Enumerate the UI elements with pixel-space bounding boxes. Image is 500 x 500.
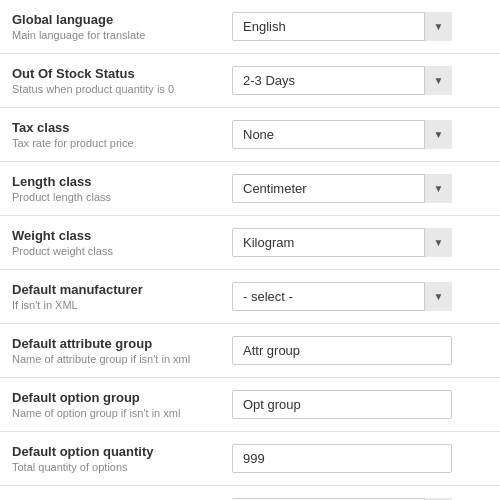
- label-default-attribute-group: Default attribute groupName of attribute…: [12, 336, 232, 365]
- label-desc-weight-class: Product weight class: [12, 245, 222, 257]
- label-default-manufacturer: Default manufacturerIf isn't in XML: [12, 282, 232, 311]
- label-default-option-quantity: Default option quantityTotal quantity of…: [12, 444, 232, 473]
- label-title-default-manufacturer: Default manufacturer: [12, 282, 222, 297]
- control-length-class: CentimeterInchMillimeter: [232, 174, 488, 203]
- input-default-option-group[interactable]: [232, 390, 452, 419]
- settings-container: Global languageMain language for transla…: [0, 0, 500, 500]
- label-tax-class: Tax classTax rate for product price: [12, 120, 232, 149]
- select-wrapper-global-language: EnglishFrenchGermanSpanish: [232, 12, 452, 41]
- label-title-length-class: Length class: [12, 174, 222, 189]
- setting-row-weight-class: Weight classProduct weight classKilogram…: [0, 216, 500, 270]
- setting-row-default-option-type: Default option typeFor new inserted opti…: [0, 486, 500, 500]
- label-title-default-attribute-group: Default attribute group: [12, 336, 222, 351]
- input-default-attribute-group[interactable]: [232, 336, 452, 365]
- label-out-of-stock-status: Out Of Stock StatusStatus when product q…: [12, 66, 232, 95]
- setting-row-default-option-quantity: Default option quantityTotal quantity of…: [0, 432, 500, 486]
- select-wrapper-default-manufacturer: - select -: [232, 282, 452, 311]
- setting-row-default-attribute-group: Default attribute groupName of attribute…: [0, 324, 500, 378]
- label-default-option-group: Default option groupName of option group…: [12, 390, 232, 419]
- label-desc-default-option-quantity: Total quantity of options: [12, 461, 222, 473]
- label-desc-length-class: Product length class: [12, 191, 222, 203]
- label-desc-tax-class: Tax rate for product price: [12, 137, 222, 149]
- setting-row-global-language: Global languageMain language for transla…: [0, 0, 500, 54]
- label-desc-default-option-group: Name of option group if isn't in xml: [12, 407, 222, 419]
- label-title-default-option-quantity: Default option quantity: [12, 444, 222, 459]
- setting-row-tax-class: Tax classTax rate for product priceNoneS…: [0, 108, 500, 162]
- select-wrapper-length-class: CentimeterInchMillimeter: [232, 174, 452, 203]
- setting-row-out-of-stock-status: Out Of Stock StatusStatus when product q…: [0, 54, 500, 108]
- setting-row-length-class: Length classProduct length classCentimet…: [0, 162, 500, 216]
- select-tax-class[interactable]: NoneStandardReduced: [232, 120, 452, 149]
- control-default-manufacturer: - select -: [232, 282, 488, 311]
- label-title-global-language: Global language: [12, 12, 222, 27]
- label-title-tax-class: Tax class: [12, 120, 222, 135]
- label-desc-out-of-stock-status: Status when product quantity is 0: [12, 83, 222, 95]
- select-out-of-stock-status[interactable]: 2-3 DaysIn StockOut of StockPre-Order: [232, 66, 452, 95]
- setting-row-default-option-group: Default option groupName of option group…: [0, 378, 500, 432]
- label-desc-global-language: Main language for translate: [12, 29, 222, 41]
- select-global-language[interactable]: EnglishFrenchGermanSpanish: [232, 12, 452, 41]
- select-wrapper-weight-class: KilogramGramPoundOunce: [232, 228, 452, 257]
- label-title-weight-class: Weight class: [12, 228, 222, 243]
- select-wrapper-out-of-stock-status: 2-3 DaysIn StockOut of StockPre-Order: [232, 66, 452, 95]
- control-tax-class: NoneStandardReduced: [232, 120, 488, 149]
- label-global-language: Global languageMain language for transla…: [12, 12, 232, 41]
- select-default-manufacturer[interactable]: - select -: [232, 282, 452, 311]
- select-wrapper-tax-class: NoneStandardReduced: [232, 120, 452, 149]
- control-out-of-stock-status: 2-3 DaysIn StockOut of StockPre-Order: [232, 66, 488, 95]
- label-title-default-option-group: Default option group: [12, 390, 222, 405]
- label-desc-default-manufacturer: If isn't in XML: [12, 299, 222, 311]
- select-length-class[interactable]: CentimeterInchMillimeter: [232, 174, 452, 203]
- label-title-out-of-stock-status: Out Of Stock Status: [12, 66, 222, 81]
- control-default-option-quantity: [232, 444, 488, 473]
- input-default-option-quantity[interactable]: [232, 444, 452, 473]
- label-weight-class: Weight classProduct weight class: [12, 228, 232, 257]
- control-global-language: EnglishFrenchGermanSpanish: [232, 12, 488, 41]
- control-weight-class: KilogramGramPoundOunce: [232, 228, 488, 257]
- select-weight-class[interactable]: KilogramGramPoundOunce: [232, 228, 452, 257]
- setting-row-default-manufacturer: Default manufacturerIf isn't in XML- sel…: [0, 270, 500, 324]
- label-length-class: Length classProduct length class: [12, 174, 232, 203]
- label-desc-default-attribute-group: Name of attribute group if isn't in xml: [12, 353, 222, 365]
- control-default-option-group: [232, 390, 488, 419]
- control-default-attribute-group: [232, 336, 488, 365]
